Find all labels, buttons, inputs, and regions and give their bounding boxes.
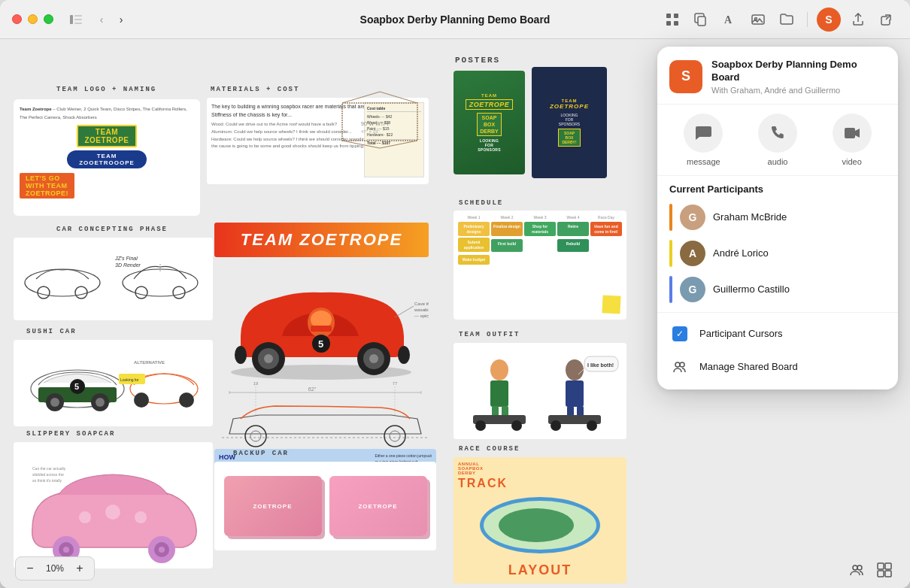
slippery-car-card: Can the car actually skidded across the … (14, 442, 213, 568)
participant-cursors-row[interactable]: ✓ Participant Cursors (657, 317, 898, 350)
team-zoetrope-banner: TEAM ZOETROPE (214, 223, 429, 257)
grid-layout-button[interactable] (874, 559, 895, 580)
svg-line-15 (342, 141, 380, 148)
svg-text:5: 5 (318, 338, 323, 350)
guillermo-indicator (669, 276, 672, 303)
window-title: Soapbox Derby Planning Demo Board (360, 14, 551, 26)
svg-line-16 (380, 141, 417, 148)
sidebar-toggle-button[interactable] (65, 9, 86, 30)
popup-header: S Soapbox Derby Planning Demo Board With… (657, 47, 898, 105)
text-button[interactable]: A (718, 8, 741, 31)
andre-indicator (669, 240, 672, 267)
copy-button[interactable] (690, 8, 712, 31)
svg-line-42 (395, 306, 414, 317)
svg-text:skidded across the: skidded across the (32, 472, 64, 477)
back-arrow[interactable]: ‹ (93, 9, 111, 30)
svg-rect-109 (878, 571, 884, 577)
andre-avatar: A (680, 241, 705, 266)
backup-car-label: BACKUP CAR (233, 450, 289, 457)
svg-point-106 (857, 565, 862, 570)
poster-navy-card: TEAMZOETROPE LOOKINGFORSPONSORS SOAPBOXD… (532, 67, 607, 178)
sushi-car-label: SUSHI CAR (26, 328, 77, 335)
maximize-button[interactable] (44, 14, 53, 24)
svg-point-23 (135, 286, 147, 299)
svg-point-96 (105, 505, 120, 520)
video-icon (833, 114, 872, 153)
video-label: video (842, 157, 862, 166)
grid-view-button[interactable] (661, 8, 684, 31)
svg-rect-111 (845, 128, 855, 138)
svg-rect-110 (885, 571, 891, 577)
minimize-button[interactable] (28, 14, 38, 24)
popup-board-info: Soapbox Derby Planning Demo Board With G… (711, 59, 886, 95)
race-course-card: ANNUALSOAPBOXDERBY TRACK LAYOUT (453, 457, 626, 583)
svg-point-94 (159, 547, 165, 553)
svg-point-37 (369, 354, 378, 363)
image-button[interactable] (747, 8, 769, 31)
sushi-car-card: 5 Looking for ALTERNATIVE (14, 340, 213, 426)
poster-green-card: TEAM ZOETROPE SOAPBOXDERBY LOOKINGFORSPO… (453, 71, 525, 174)
nav-arrows: ‹ › (93, 9, 130, 30)
car-wireframe: 62" 19 77 (214, 377, 436, 449)
svg-point-53 (566, 359, 584, 380)
close-button[interactable] (12, 14, 22, 24)
popup-board-subtitle: With Graham, André and Guillermo (711, 86, 886, 95)
svg-rect-5 (674, 14, 678, 18)
svg-text:I like both!: I like both! (587, 362, 614, 368)
team-logo-card: Team Zoetrope – Club Weiner, 2 Quick Tea… (14, 99, 200, 216)
svg-point-21 (75, 286, 87, 299)
divider (657, 312, 898, 313)
bottom-right-tools (847, 559, 895, 580)
svg-rect-6 (666, 21, 671, 26)
guillermo-avatar: G (680, 277, 705, 302)
audio-action-button[interactable]: audio (744, 114, 812, 166)
svg-text:Looking for: Looking for (120, 377, 139, 382)
traffic-lights (12, 14, 53, 24)
svg-rect-4 (666, 14, 671, 18)
svg-rect-47 (490, 380, 508, 407)
forward-arrow[interactable]: › (112, 9, 130, 30)
popup-logo: S (669, 60, 702, 93)
materials-label: MATERIALS + COST (211, 86, 299, 93)
svg-text:— spicy!: — spicy! (414, 314, 429, 318)
manage-shared-board-icon (669, 356, 690, 377)
svg-point-112 (675, 362, 680, 367)
manage-shared-board-label: Manage Shared Board (699, 361, 798, 372)
svg-point-67 (96, 398, 105, 407)
graham-name: Graham McBride (713, 211, 787, 223)
svg-line-14 (380, 92, 417, 103)
external-link-button[interactable] (875, 8, 898, 31)
svg-point-79 (384, 426, 405, 447)
svg-rect-7 (674, 21, 678, 26)
message-action-button[interactable]: message (669, 114, 738, 166)
svg-text:JZ's Final: JZ's Final (114, 256, 138, 261)
folder-button[interactable] (775, 8, 798, 31)
svg-point-22 (123, 269, 198, 296)
svg-point-46 (490, 359, 508, 380)
message-label: message (687, 157, 720, 166)
zoom-in-button[interactable]: + (71, 560, 88, 577)
video-action-button[interactable]: video (817, 114, 886, 166)
popup-board-title: Soapbox Derby Planning Demo Board (711, 59, 886, 84)
guillermo-name: Guillermo Castillo (713, 283, 790, 295)
car-sketches-card: JZ's Final 3D Render (14, 238, 213, 320)
zoom-out-button[interactable]: − (22, 560, 38, 577)
svg-text:so think it's totally: so think it's totally (32, 478, 62, 483)
svg-rect-108 (885, 563, 891, 569)
svg-text:62": 62" (308, 386, 317, 392)
andre-name: André Lorico (713, 247, 769, 259)
svg-point-51 (475, 420, 486, 431)
manage-shared-board-row[interactable]: Manage Shared Board (657, 350, 898, 383)
svg-line-13 (342, 92, 380, 103)
svg-rect-8 (698, 17, 705, 26)
user-avatar-button[interactable]: S (817, 8, 841, 32)
share-button[interactable] (847, 8, 869, 31)
svg-rect-31 (311, 326, 332, 332)
svg-text:47" × 23": 47" × 23" (361, 129, 379, 134)
slippery-label: SLIPPERY SOAPCAR (26, 430, 115, 438)
toolbar-tools: A S (661, 8, 898, 32)
collaboration-button[interactable] (847, 559, 868, 580)
svg-point-59 (587, 420, 597, 431)
svg-point-95 (79, 511, 91, 523)
svg-text:19: 19 (253, 381, 259, 386)
